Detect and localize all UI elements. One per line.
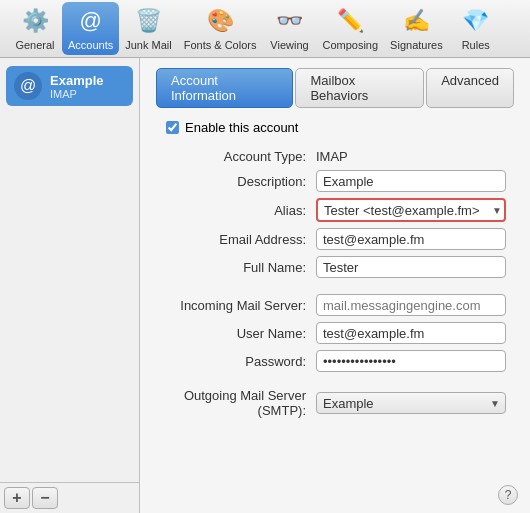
username-input[interactable]	[316, 322, 506, 344]
toolbar-item-general[interactable]: ⚙️ General	[8, 2, 62, 55]
password-label: Password:	[156, 354, 316, 369]
email-label: Email Address:	[156, 232, 316, 247]
toolbar-item-accounts[interactable]: @ Accounts	[62, 2, 119, 55]
tab-advanced[interactable]: Advanced	[426, 68, 514, 108]
description-label: Description:	[156, 174, 316, 189]
alias-label: Alias:	[156, 203, 316, 218]
tab-account-information[interactable]: Account Information	[156, 68, 293, 108]
enable-account-row: Enable this account	[156, 120, 514, 135]
fonts-colors-icon: 🎨	[205, 6, 235, 36]
incoming-server-label: Incoming Mail Server:	[156, 298, 316, 313]
tabs: Account Information Mailbox Behaviors Ad…	[156, 68, 514, 108]
enable-account-checkbox[interactable]	[166, 121, 179, 134]
incoming-server-input[interactable]	[316, 294, 506, 316]
toolbar-item-viewing[interactable]: 👓 Viewing	[262, 2, 316, 55]
toolbar-item-rules[interactable]: 💎 Rules	[449, 2, 503, 55]
outgoing-server-label: Outgoing Mail Server (SMTP):	[156, 388, 316, 418]
account-type-row: Account Type: IMAP	[156, 149, 514, 164]
account-name: Example	[50, 73, 103, 88]
full-name-label: Full Name:	[156, 260, 316, 275]
outgoing-server-select[interactable]: Example	[316, 392, 506, 414]
account-type-value: IMAP	[316, 149, 348, 164]
help-button[interactable]: ?	[498, 485, 518, 505]
account-type-label: Account Type:	[156, 149, 316, 164]
sidebar: @ Example IMAP + −	[0, 58, 140, 513]
add-account-button[interactable]: +	[4, 487, 30, 509]
full-name-input[interactable]	[316, 256, 506, 278]
composing-icon: ✏️	[335, 6, 365, 36]
toolbar: ⚙️ General @ Accounts 🗑️ Junk Mail 🎨 Fon…	[0, 0, 530, 58]
account-icon: @	[14, 72, 42, 100]
rules-icon: 💎	[461, 6, 491, 36]
viewing-icon: 👓	[274, 6, 304, 36]
tab-mailbox-behaviors[interactable]: Mailbox Behaviors	[295, 68, 424, 108]
signatures-icon: ✍️	[401, 6, 431, 36]
username-label: User Name:	[156, 326, 316, 341]
outgoing-server-row: Outgoing Mail Server (SMTP): Example ▼	[156, 388, 514, 418]
password-input[interactable]	[316, 350, 506, 372]
accounts-icon: @	[76, 6, 106, 36]
email-input[interactable]	[316, 228, 506, 250]
remove-account-button[interactable]: −	[32, 487, 58, 509]
email-row: Email Address:	[156, 228, 514, 250]
toolbar-item-signatures[interactable]: ✍️ Signatures	[384, 2, 449, 55]
password-row: Password:	[156, 350, 514, 372]
description-input[interactable]	[316, 170, 506, 192]
general-icon: ⚙️	[20, 6, 50, 36]
junk-mail-icon: 🗑️	[133, 6, 163, 36]
content-area: Account Information Mailbox Behaviors Ad…	[140, 58, 530, 434]
incoming-server-row: Incoming Mail Server:	[156, 294, 514, 316]
full-name-row: Full Name:	[156, 256, 514, 278]
username-row: User Name:	[156, 322, 514, 344]
account-type: IMAP	[50, 88, 103, 100]
alias-row: Alias: Tester <test@example.fm> ▼	[156, 198, 514, 222]
account-item[interactable]: @ Example IMAP	[6, 66, 133, 106]
toolbar-item-junk-mail[interactable]: 🗑️ Junk Mail	[119, 2, 177, 55]
toolbar-item-fonts-colors[interactable]: 🎨 Fonts & Colors	[178, 2, 263, 55]
toolbar-item-composing[interactable]: ✏️ Composing	[316, 2, 384, 55]
enable-account-label: Enable this account	[185, 120, 298, 135]
description-row: Description:	[156, 170, 514, 192]
alias-select[interactable]: Tester <test@example.fm>	[316, 198, 506, 222]
